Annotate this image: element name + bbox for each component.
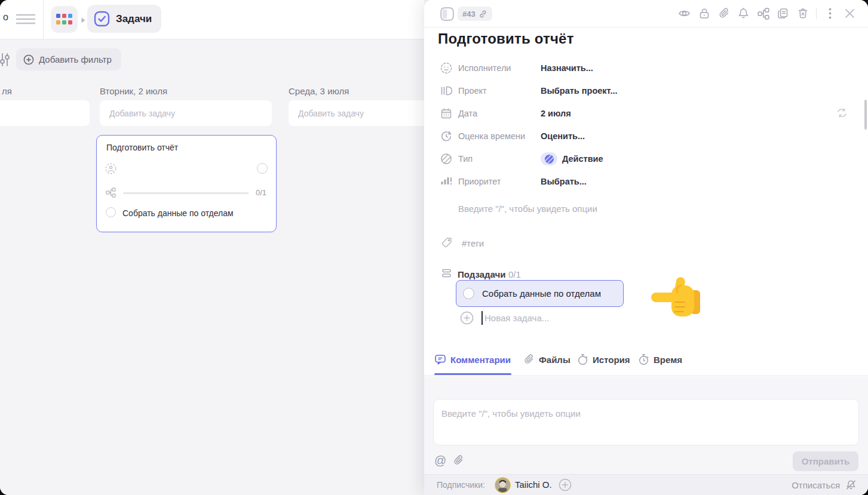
subscribers-footer: Подписчики: Taiichi O. Отписаться bbox=[424, 474, 868, 495]
notification-bell-icon[interactable] bbox=[737, 7, 750, 20]
new-subtask-input[interactable]: Новая задача... bbox=[484, 313, 549, 323]
tab-time[interactable]: Время bbox=[638, 353, 682, 365]
card-subtask-checkbox[interactable] bbox=[106, 207, 116, 217]
files-icon bbox=[523, 353, 535, 365]
send-button[interactable]: Отправить bbox=[793, 451, 858, 471]
topbar-divider bbox=[43, 0, 44, 39]
more-options-icon[interactable] bbox=[824, 7, 836, 20]
add-filter-button[interactable]: Добавить фильтр bbox=[16, 48, 121, 70]
subtask-label: Собрать данные по отделам bbox=[482, 288, 601, 299]
drawer-tabs: Комментарии Файлы История Время bbox=[424, 349, 868, 376]
subscriber-name: Taiichi O. bbox=[515, 479, 552, 490]
time-estimate-icon bbox=[440, 130, 452, 144]
field-estimate: Оценка времени Оценить... bbox=[424, 125, 868, 148]
project-value[interactable]: Выбрать проект... bbox=[541, 86, 617, 96]
task-checkbox-icon bbox=[94, 11, 110, 27]
subtasks-count: 0/1 bbox=[508, 269, 521, 279]
subtasks-tree-icon bbox=[106, 187, 116, 200]
tab-history[interactable]: История bbox=[577, 353, 630, 365]
assignees-icon bbox=[440, 62, 452, 76]
toolbar-divider bbox=[816, 8, 817, 19]
lock-icon[interactable] bbox=[698, 7, 710, 20]
add-task-input-tuesday[interactable]: Добавить задачу bbox=[100, 100, 272, 126]
tag-icon bbox=[441, 237, 452, 250]
panel-collapse-icon[interactable] bbox=[440, 7, 454, 23]
type-badge[interactable] bbox=[541, 152, 557, 165]
field-assignees: Исполнители Назначить... bbox=[424, 57, 868, 80]
field-date: Дата 2 июля bbox=[424, 103, 868, 125]
field-project: Проект Выбрать проект... bbox=[424, 80, 868, 103]
bell-off-icon[interactable] bbox=[845, 479, 857, 493]
tab-tasks[interactable]: Задачи bbox=[87, 5, 161, 33]
subscriber-avatar[interactable] bbox=[495, 477, 511, 493]
type-action-icon bbox=[544, 154, 554, 164]
subtasks-title: Подзадачи bbox=[458, 269, 505, 279]
active-tab-underline bbox=[434, 373, 511, 375]
task-id-badge[interactable]: #43 bbox=[458, 7, 492, 21]
mention-icon[interactable]: @ bbox=[434, 454, 446, 466]
task-card-title: Подготовить отчёт bbox=[106, 143, 178, 152]
drawer-header: #43 bbox=[424, 0, 868, 27]
drawer-toolbar bbox=[678, 7, 856, 20]
subtask-item[interactable]: Собрать данные по отделам bbox=[456, 280, 624, 307]
top-bar: о Задачи bbox=[0, 0, 424, 39]
date-value[interactable]: 2 июля bbox=[541, 109, 571, 118]
workspace-grid-button[interactable] bbox=[51, 6, 78, 33]
drawer-scrollbar[interactable] bbox=[864, 100, 867, 130]
subscribers-label: Подписчики: bbox=[437, 480, 485, 490]
tab-comments[interactable]: Комментарии bbox=[434, 353, 511, 365]
tab-tasks-label: Задачи bbox=[116, 13, 152, 25]
add-filter-label: Добавить фильтр bbox=[39, 54, 112, 64]
priority-value[interactable]: Выбрать... bbox=[541, 177, 587, 186]
add-subtask-icon[interactable] bbox=[460, 311, 474, 327]
pointing-hand-cursor bbox=[651, 273, 700, 330]
comments-icon bbox=[434, 353, 446, 365]
field-priority: Приоритет Выбрать... bbox=[424, 171, 868, 193]
card-subtask-label: Собрать данные по отделам bbox=[122, 208, 234, 218]
grid-app-icon bbox=[56, 14, 72, 25]
task-card[interactable]: Подготовить отчёт 0/1 Собрать данные по … bbox=[96, 135, 277, 232]
delete-icon[interactable] bbox=[796, 7, 809, 20]
breadcrumb-chevron-icon bbox=[81, 16, 86, 26]
duplicate-icon[interactable] bbox=[777, 7, 789, 20]
attach-file-icon[interactable] bbox=[453, 454, 464, 469]
unsubscribe-link[interactable]: Отписаться bbox=[792, 480, 840, 490]
task-id: #43 bbox=[462, 10, 476, 19]
task-title: Подготовить отчёт bbox=[438, 30, 574, 47]
hamburger-menu-icon[interactable] bbox=[16, 11, 36, 27]
assignees-value[interactable]: Назначить... bbox=[541, 63, 593, 73]
hierarchy-icon[interactable] bbox=[757, 7, 769, 20]
watch-icon[interactable] bbox=[678, 7, 691, 20]
column-header-tuesday: Вторник, 2 июля bbox=[100, 86, 167, 96]
comment-input[interactable]: Введите "/", чтобы увидеть опции bbox=[433, 399, 859, 445]
description-input[interactable]: Введите "/", чтобы увидеть опции bbox=[458, 204, 597, 214]
add-task-input-monday[interactable] bbox=[0, 100, 90, 126]
comment-area: Введите "/", чтобы увидеть опции @ Отпра… bbox=[424, 376, 868, 495]
time-icon bbox=[638, 353, 649, 365]
tab-files[interactable]: Файлы bbox=[523, 353, 571, 365]
task-detail-drawer: #43 Подготовить отчёт Исполнители bbox=[424, 0, 868, 495]
tags-input[interactable]: #теги bbox=[462, 238, 484, 248]
subtask-progress-count: 0/1 bbox=[256, 188, 266, 197]
priority-icon bbox=[440, 176, 452, 189]
subtask-checkbox[interactable] bbox=[463, 288, 474, 299]
column-header-wednesday: Среда, 3 июля bbox=[289, 86, 349, 96]
estimate-value[interactable]: Оценить... bbox=[541, 131, 585, 141]
type-icon bbox=[440, 153, 452, 167]
column-header-monday: ля bbox=[2, 86, 12, 96]
board-area: Добавить фильтр ля Вторник, 2 июля Добав… bbox=[0, 40, 424, 495]
plus-circle-icon bbox=[23, 54, 34, 65]
sliders-icon[interactable] bbox=[0, 53, 11, 69]
subtasks-section-icon bbox=[441, 268, 452, 281]
app-window: о Задачи bbox=[0, 0, 868, 495]
repeat-icon[interactable] bbox=[836, 107, 848, 121]
assignee-placeholder-icon[interactable] bbox=[105, 163, 116, 177]
task-status-circle[interactable] bbox=[257, 163, 268, 174]
close-icon[interactable] bbox=[844, 7, 856, 20]
add-subscriber-icon[interactable] bbox=[559, 478, 572, 494]
type-value[interactable]: Действие bbox=[562, 154, 603, 164]
attach-icon[interactable] bbox=[717, 7, 730, 20]
link-icon bbox=[479, 10, 487, 19]
project-icon bbox=[440, 85, 452, 99]
field-type: Тип Действие bbox=[424, 148, 868, 171]
